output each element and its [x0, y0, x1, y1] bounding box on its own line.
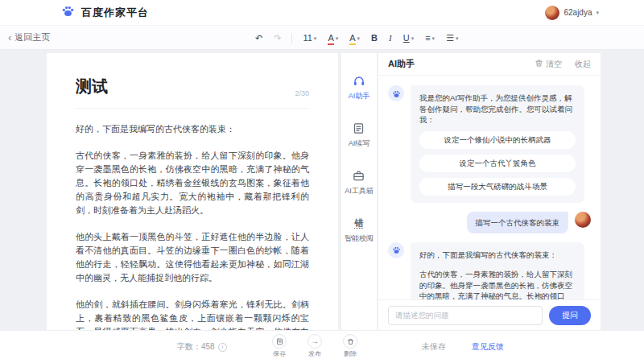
list-button[interactable]: ☰ ▾ [442, 31, 462, 45]
delete-label: 删除 [344, 349, 357, 358]
chat-area: 我是您的AI写作助手，为您提供创作灵感，解答创作疑问，帮助您完成创作。您可以试着… [378, 76, 601, 299]
sidebar-item-label: AI续写 [349, 138, 370, 149]
save-button[interactable]: 保存 [272, 334, 287, 358]
undo-button[interactable]: ↶ [251, 31, 266, 45]
trash-icon [535, 59, 543, 69]
user-avatar [545, 6, 559, 20]
doc-body-editor[interactable]: 好的，下面是我编写的古代侠客的装束： 古代的侠客，一身素雅的装扮，给人留下深刻的… [76, 122, 309, 330]
app-title: 百度作家平台 [81, 6, 149, 20]
back-home-button[interactable]: ‹ 返回主页 [8, 31, 50, 43]
sidebar-item-ai-assistant[interactable]: AI助手 [349, 74, 370, 101]
chevron-down-icon: ▾ [596, 10, 599, 15]
user-message-row: 描写一个古代侠客的装束 [388, 212, 591, 233]
ai-intro-text: 我是您的AI写作助手，为您提供创作灵感，解答创作疑问，帮助您完成创作。您可以试着… [419, 93, 576, 126]
baidu-paw-icon [61, 4, 75, 21]
header-logo[interactable]: 百度作家平台 [61, 4, 149, 21]
ai-avatar [388, 242, 404, 258]
italic-icon: I [389, 33, 392, 43]
bold-button[interactable]: B [367, 31, 382, 44]
sidebar-item-ai-continue[interactable]: AI续写 [349, 122, 370, 149]
collapse-label: 收起 [575, 59, 591, 70]
chevron-down-icon: ▾ [357, 35, 361, 41]
title-divider [76, 108, 309, 109]
doc-title-input[interactable]: 测试 [76, 76, 108, 97]
italic-button[interactable]: I [385, 31, 396, 44]
ai-panel-header: AI助手 清空 收起 [378, 53, 601, 76]
align-icon: ≡ [425, 33, 430, 43]
delete-button[interactable]: 删除 [343, 334, 357, 358]
sidebar-item-smart-proofread[interactable]: 错 智能校阅 [345, 217, 374, 244]
app-header: 百度作家平台 62ajdya ▾ [0, 0, 644, 26]
redo-button[interactable]: ↷ [270, 31, 285, 45]
ai-panel-title: AI助手 [388, 58, 415, 70]
save-label: 保存 [273, 349, 286, 358]
word-count: 字数：458 i [177, 341, 227, 353]
toolbar-divider [291, 33, 292, 43]
align-button[interactable]: ≡ ▾ [421, 31, 439, 44]
clear-chat-button[interactable]: 清空 [535, 59, 562, 70]
ai-tools-sidebar: AI助手 AI续写 AI工具箱 错 智能校阅 [341, 53, 378, 330]
back-home-label: 返回主页 [14, 31, 50, 43]
sidebar-item-label: 智能校阅 [345, 233, 374, 244]
question-input[interactable] [388, 306, 543, 325]
trash-icon [343, 334, 357, 349]
doc-paragraph: 他的剑，就斜插在腰间。剑身闪烁着寒光，锋利无比。剑柄上，裹着精致的黑色鲨鱼皮，上… [76, 298, 309, 330]
publish-button[interactable]: → 发布 [308, 334, 322, 358]
ask-button[interactable]: 提问 [549, 306, 591, 325]
editor-toolbar: ‹ 返回主页 ↶ ↷ 11 ▾ A ▾ A ▾ B I U ▾ ≡ ▾ ☰ ▾ [0, 26, 644, 50]
doc-paragraph: 好的，下面是我编写的古代侠客的装束： [76, 122, 309, 136]
ai-assistant-panel: AI助手 清空 收起 我是您的AI写作助手，为您提供创作灵感，解答创作疑问，帮助… [378, 53, 601, 330]
ai-avatar [388, 85, 404, 101]
font-size-select[interactable]: 11 ▾ [299, 31, 320, 44]
suggestion-button[interactable]: 描写一段大气磅礴的战斗场景 [419, 178, 576, 196]
proofread-icon: 错 [353, 217, 366, 230]
clear-chat-label: 清空 [546, 59, 562, 70]
doc-title-row: 测试 2/30 [76, 76, 309, 97]
chevron-down-icon: ▾ [336, 35, 339, 41]
ai-message-row: 我是您的AI写作助手，为您提供创作灵感，解答创作疑问，帮助您完成创作。您可以试着… [388, 85, 591, 203]
text-color-button[interactable]: A ▾ [324, 32, 342, 44]
underline-button[interactable]: U ▾ [399, 31, 418, 44]
text-color-icon: A [328, 34, 333, 43]
sidebar-item-label: AI工具箱 [345, 186, 374, 196]
doc-paragraph: 他的头上戴着一顶黑色的斗笠，正好遮住他的半边脸，让人看不清他的真面目。斗笠的边缘… [76, 230, 309, 285]
footer-actions: 保存 → 发布 删除 [272, 334, 357, 358]
bold-icon: B [371, 33, 378, 43]
highlight-icon: A [349, 34, 355, 43]
highlight-color-button[interactable]: A ▾ [345, 32, 364, 44]
ai-reply-intro: 好的，下面是我编写的古代侠客的装束： [419, 250, 576, 261]
ai-message-row: 好的，下面是我编写的古代侠客的装束： 古代的侠客，一身素雅的装扮，给人留下深刻的… [388, 242, 591, 300]
format-tools: ↶ ↷ 11 ▾ A ▾ A ▾ B I U ▾ ≡ ▾ ☰ ▾ [251, 26, 463, 50]
ai-message-bubble: 好的，下面是我编写的古代侠客的装束： 古代的侠客，一身素雅的装扮，给人留下深刻的… [411, 242, 584, 300]
chevron-left-icon: ‹ [8, 32, 11, 43]
main-area: 测试 2/30 好的，下面是我编写的古代侠客的装束： 古代的侠客，一身素雅的装扮… [0, 50, 644, 330]
feedback-link[interactable]: 意见反馈 [472, 341, 504, 353]
headset-icon [352, 74, 365, 88]
font-size-value: 11 [303, 33, 312, 43]
title-char-count: 2/30 [295, 89, 309, 97]
suggestion-button[interactable]: 设定一个修仙小说中的长柄武器 [419, 131, 576, 149]
document-pen-icon [352, 122, 365, 135]
chat-input-bar: 提问 [378, 299, 601, 330]
toolbox-icon [352, 169, 365, 183]
user-name: 62ajdya [564, 8, 592, 17]
sidebar-item-label: AI助手 [349, 91, 370, 101]
doc-paragraph: 古代的侠客，一身素雅的装扮，给人留下深刻的印象。他身穿一袭墨黑色的长袍，仿佛夜空… [76, 149, 309, 217]
user-account[interactable]: 62ajdya ▾ [545, 6, 599, 20]
ai-message-bubble: 我是您的AI写作助手，为您提供创作灵感，解答创作疑问，帮助您完成创作。您可以试着… [411, 85, 584, 203]
ai-reply-body: 古代的侠客，一身素雅的装扮，给人留下深刻的印象。他身穿一袭墨黑色的长袍，仿佛夜空… [419, 269, 576, 299]
save-status: 未保存 [422, 341, 446, 353]
chevron-down-icon: ▾ [411, 35, 415, 41]
suggestion-button[interactable]: 设定一个古代丫鬟角色 [419, 155, 576, 172]
document-card: 测试 2/30 好的，下面是我编写的古代侠客的装束： 古代的侠客，一身素雅的装扮… [47, 53, 338, 330]
save-icon [272, 334, 287, 349]
user-message-bubble: 描写一个古代侠客的装束 [467, 212, 569, 233]
list-icon: ☰ [446, 33, 454, 43]
collapse-panel-button[interactable]: 收起 [575, 59, 591, 70]
underline-icon: U [403, 33, 410, 43]
publish-label: 发布 [308, 349, 321, 358]
sidebar-item-ai-toolbox[interactable]: AI工具箱 [345, 169, 374, 196]
word-count-label: 字数：458 [177, 341, 215, 353]
publish-arrow-icon: → [308, 334, 322, 349]
chevron-down-icon: ▾ [314, 35, 317, 41]
